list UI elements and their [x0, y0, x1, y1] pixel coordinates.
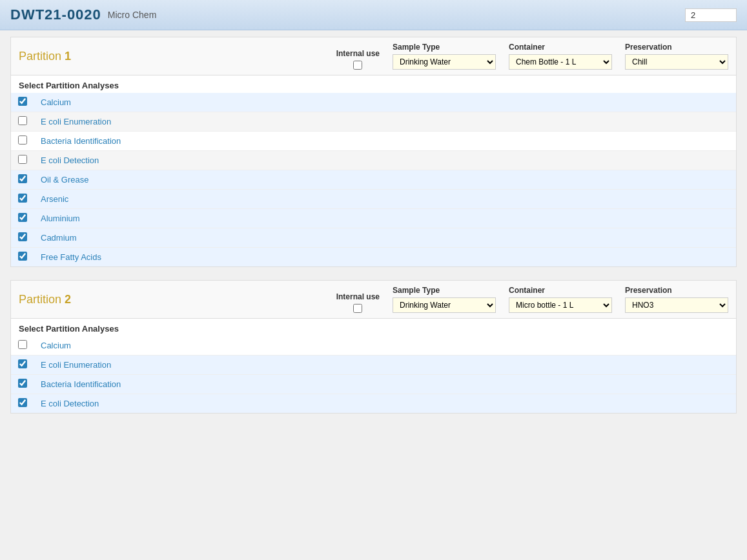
sample-type-label-1: Sample Type — [393, 43, 440, 52]
container-label-1: Container — [509, 43, 545, 52]
analysis-checkbox[interactable] — [18, 252, 27, 261]
sample-type-select-2[interactable]: Drinking Water Wastewater Environmental — [393, 297, 496, 313]
table-row: Bacteria Identification — [11, 132, 736, 151]
analysis-name: E coli Detection — [34, 151, 736, 170]
analysis-name: Cadmium — [34, 228, 736, 248]
page-header: DWT21-0020 Micro Chem 2 — [0, 0, 747, 30]
container-select-2[interactable]: Chem Bottle - 1 L Micro bottle - 1 L Gla… — [509, 297, 612, 313]
table-row: Aluminium — [11, 209, 736, 228]
internal-use-label-2: Internal use — [336, 292, 380, 301]
partition-2-analyses-label: Select Partition Analyses — [11, 319, 736, 336]
analysis-name: Free Fatty Acids — [34, 248, 736, 267]
container-select-1[interactable]: Chem Bottle - 1 L Micro bottle - 1 L Gla… — [509, 54, 612, 70]
analysis-checkbox[interactable] — [18, 398, 27, 407]
analysis-checkbox[interactable] — [18, 194, 27, 203]
analysis-checkbox[interactable] — [18, 174, 27, 183]
header-number-value: 2 — [691, 10, 695, 20]
internal-use-checkbox-1[interactable] — [353, 61, 362, 70]
partition-2-block: Partition 2 Internal use Sample Type Dri… — [10, 280, 737, 414]
table-row: Bacteria Identification — [11, 375, 736, 394]
table-row: Calcium — [11, 336, 736, 355]
partition-1-analyses-table: CalciumE coli EnumerationBacteria Identi… — [11, 93, 736, 266]
table-row: Cadmium — [11, 228, 736, 248]
table-row: Calcium — [11, 93, 736, 112]
analysis-name: Calcium — [34, 93, 736, 112]
analysis-name: Bacteria Identification — [34, 132, 736, 151]
analysis-checkbox-cell — [11, 248, 34, 267]
page-id: DWT21-0020 — [10, 6, 101, 23]
page-subtitle: Micro Chem — [108, 10, 156, 20]
table-row: E coli Enumeration — [11, 355, 736, 375]
analysis-checkbox[interactable] — [18, 340, 27, 349]
analysis-name: Calcium — [34, 336, 736, 355]
table-row: E coli Detection — [11, 151, 736, 170]
internal-use-label-1: Internal use — [336, 49, 380, 58]
analysis-checkbox[interactable] — [18, 379, 27, 388]
analysis-checkbox-cell — [11, 394, 34, 414]
internal-use-checkbox-2[interactable] — [353, 304, 362, 313]
header-number: 2 — [685, 8, 737, 22]
partition-2-analyses-table: CalciumE coli EnumerationBacteria Identi… — [11, 336, 736, 413]
preservation-label-2: Preservation — [625, 286, 672, 295]
analysis-checkbox-cell — [11, 132, 34, 151]
preservation-group-2: Preservation Chill HNO3 H2SO4 None — [625, 286, 728, 313]
analysis-checkbox[interactable] — [18, 232, 27, 241]
analysis-name: E coli Detection — [34, 394, 736, 414]
container-group-2: Container Chem Bottle - 1 L Micro bottle… — [509, 286, 612, 313]
table-row: Arsenic — [11, 190, 736, 209]
analysis-checkbox-cell — [11, 190, 34, 209]
analysis-checkbox-cell — [11, 355, 34, 375]
partition-1-header: Partition 1 Internal use Sample Type Dri… — [11, 37, 736, 75]
analysis-checkbox-cell — [11, 112, 34, 132]
internal-use-group-2: Internal use — [336, 292, 380, 313]
analysis-checkbox[interactable] — [18, 213, 27, 222]
page-content: Partition 1 Internal use Sample Type Dri… — [0, 30, 747, 433]
container-group-1: Container Chem Bottle - 1 L Micro bottle… — [509, 43, 612, 70]
analysis-checkbox-cell — [11, 228, 34, 248]
sample-type-group-1: Sample Type Drinking Water Wastewater En… — [393, 43, 496, 70]
sample-type-select-1[interactable]: Drinking Water Wastewater Environmental — [393, 54, 496, 70]
analysis-checkbox-cell — [11, 209, 34, 228]
table-row: Free Fatty Acids — [11, 248, 736, 267]
sample-type-label-2: Sample Type — [393, 286, 440, 295]
analysis-checkbox[interactable] — [18, 359, 27, 368]
partition-1-label: Partition 1 — [19, 50, 83, 63]
analysis-checkbox[interactable] — [18, 155, 27, 164]
partition-1-block: Partition 1 Internal use Sample Type Dri… — [10, 37, 737, 267]
container-label-2: Container — [509, 286, 545, 295]
analysis-name: E coli Enumeration — [34, 355, 736, 375]
analysis-name: Bacteria Identification — [34, 375, 736, 394]
partition-2-label: Partition 2 — [19, 293, 83, 306]
analysis-checkbox-cell — [11, 93, 34, 112]
partition-1-fields: Internal use Sample Type Drinking Water … — [336, 43, 728, 70]
analysis-name: E coli Enumeration — [34, 112, 736, 132]
preservation-group-1: Preservation Chill HNO3 H2SO4 None — [625, 43, 728, 70]
analysis-name: Aluminium — [34, 209, 736, 228]
analysis-checkbox[interactable] — [18, 116, 27, 125]
preservation-select-1[interactable]: Chill HNO3 H2SO4 None — [625, 54, 728, 70]
analysis-checkbox-cell — [11, 170, 34, 190]
table-row: E coli Enumeration — [11, 112, 736, 132]
partition-2-header: Partition 2 Internal use Sample Type Dri… — [11, 281, 736, 319]
preservation-label-1: Preservation — [625, 43, 672, 52]
table-row: Oil & Grease — [11, 170, 736, 190]
analysis-name: Arsenic — [34, 190, 736, 209]
partition-2-fields: Internal use Sample Type Drinking Water … — [336, 286, 728, 313]
analysis-checkbox-cell — [11, 151, 34, 170]
partition-1-analyses-label: Select Partition Analyses — [11, 75, 736, 93]
analysis-checkbox[interactable] — [18, 135, 27, 145]
sample-type-group-2: Sample Type Drinking Water Wastewater En… — [393, 286, 496, 313]
analysis-name: Oil & Grease — [34, 170, 736, 190]
analysis-checkbox-cell — [11, 336, 34, 355]
analysis-checkbox[interactable] — [18, 97, 27, 106]
internal-use-group-1: Internal use — [336, 49, 380, 70]
preservation-select-2[interactable]: Chill HNO3 H2SO4 None — [625, 297, 728, 313]
table-row: E coli Detection — [11, 394, 736, 414]
analysis-checkbox-cell — [11, 375, 34, 394]
